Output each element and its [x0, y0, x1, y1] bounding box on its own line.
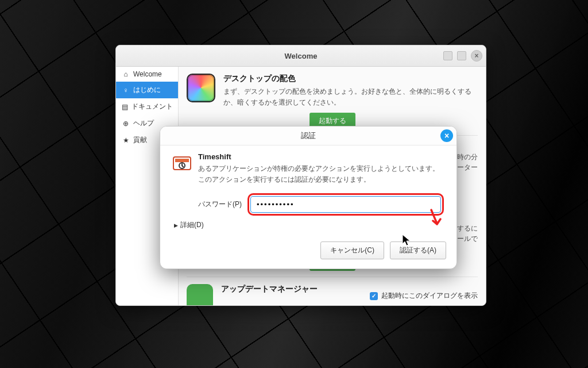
sidebar-item-label: 貢献	[133, 135, 147, 145]
auth-close-button[interactable]: ×	[440, 129, 453, 142]
details-label: 詳細(D)	[180, 220, 204, 230]
sidebar-item-firststeps[interactable]: ♀ はじめに	[116, 82, 178, 98]
home-icon: ⌂	[122, 70, 130, 78]
sidebar-item-documents[interactable]: ▤ ドキュメント	[116, 98, 178, 115]
footer-checkbox-row[interactable]: ✓ 起動時にこのダイアログを表示	[370, 291, 478, 301]
cancel-button[interactable]: キャンセル(C)	[320, 241, 384, 259]
annotation-highlight	[247, 193, 444, 216]
auth-dialog: 認証 × Timeshift あるアプリケーションが特権の必要なアクションを実行…	[160, 126, 457, 269]
sidebar-item-label: はじめに	[133, 85, 161, 95]
details-expander[interactable]: 詳細(D)	[174, 220, 444, 230]
timeshift-icon	[173, 154, 191, 172]
divider	[187, 277, 478, 277]
footer-label: 起動時にこのダイアログを表示	[381, 291, 478, 301]
card-desktop-colors: デスクトップの配色 まず、デスクトップの配色を決めましょう。お好きな色と、全体的…	[187, 74, 478, 108]
window-title: Welcome	[285, 52, 318, 60]
auth-title-text: 認証	[301, 131, 316, 141]
sidebar-item-welcome[interactable]: ⌂ Welcome	[116, 67, 178, 82]
password-label: パスワード(P)	[198, 200, 242, 209]
sidebar-item-label: Welcome	[133, 70, 162, 78]
checkbox-checked-icon[interactable]: ✓	[370, 292, 378, 300]
password-input[interactable]	[250, 196, 441, 213]
book-icon: ▤	[122, 103, 128, 111]
maximize-button[interactable]	[457, 51, 466, 60]
sidebar-item-label: ヘルプ	[133, 118, 154, 128]
auth-message: あるアプリケーションが特権の必要なアクションを実行しようとしています。このアクシ…	[198, 163, 444, 185]
peek-text: するに	[457, 223, 478, 234]
auth-app-name: Timeshift	[198, 152, 444, 161]
bulb-icon: ♀	[122, 86, 130, 94]
sidebar-item-label: ドキュメント	[131, 102, 173, 112]
close-button[interactable]: ×	[471, 50, 482, 62]
update-manager-icon	[187, 284, 213, 305]
help-icon: ⊕	[122, 120, 130, 128]
minimize-button[interactable]	[443, 51, 452, 60]
star-icon: ★	[122, 136, 130, 144]
theme-icon	[187, 74, 215, 102]
card-body: まず、デスクトップの配色を決めましょう。お好きな色と、全体的に明るくするか、暗く…	[223, 86, 478, 108]
titlebar[interactable]: Welcome ×	[116, 45, 486, 67]
authenticate-button[interactable]: 認証する(A)	[390, 241, 446, 259]
auth-titlebar[interactable]: 認証 ×	[160, 126, 457, 145]
svg-rect-1	[175, 159, 189, 162]
desktop-wallpaper: Welcome × ⌂ Welcome ♀ はじめに ▤ ドキュメント	[0, 0, 588, 368]
card-title: デスクトップの配色	[223, 74, 478, 84]
